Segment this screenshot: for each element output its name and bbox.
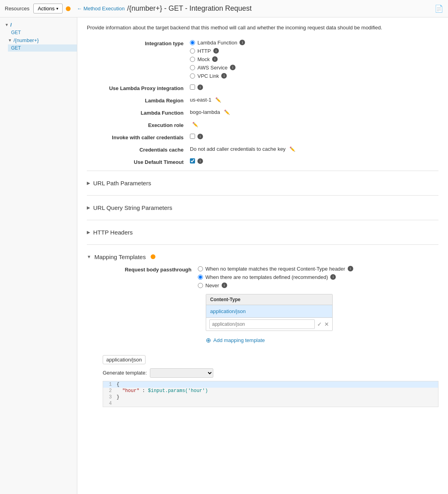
generate-template-select[interactable] <box>150 368 213 378</box>
lambda-proxy-checkbox[interactable] <box>190 85 195 90</box>
execution-role-label: Execution role <box>87 121 190 128</box>
radio-mock-label: Mock <box>197 56 210 62</box>
execution-role-row: Execution role ✏️ <box>87 121 438 128</box>
radio-mock-input[interactable] <box>190 57 195 62</box>
passthrough-no-templates-info[interactable]: i <box>330 274 336 280</box>
code-block: 1 { 2 "hour" : $input.params('hour') 3 } <box>103 381 438 407</box>
mapping-templates-content: Request body passthrough When no templat… <box>87 266 438 407</box>
default-timeout-info-icon[interactable]: i <box>197 158 203 164</box>
lambda-function-value: bogo-lambda ✏️ <box>190 109 438 115</box>
ct-x-icon[interactable]: ✕ <box>324 321 329 327</box>
add-mapping-icon: ⊕ <box>206 336 211 344</box>
credentials-cache-edit-icon[interactable]: ✏️ <box>289 146 295 152</box>
radio-vpc-label: VPC Link <box>197 73 219 79</box>
lambda-proxy-info-icon[interactable]: i <box>197 85 203 90</box>
lambda-info-icon[interactable]: i <box>239 40 245 45</box>
credentials-cache-label: Credentials cache <box>87 146 190 153</box>
url-path-params-header[interactable]: ▶ URL Path Parameters <box>87 176 438 190</box>
app-container: Resources Actions ▾ ← Method Execution /… <box>0 0 448 494</box>
passthrough-option-never[interactable]: Never i <box>198 283 438 288</box>
divider-url-query <box>87 195 438 196</box>
caret-icon: ▾ <box>56 6 58 11</box>
passthrough-no-match-info[interactable]: i <box>348 266 353 271</box>
divider-http-headers <box>87 220 438 220</box>
radio-lambda-input[interactable] <box>190 40 195 45</box>
passthrough-options: When no template matches the request Con… <box>198 266 438 344</box>
url-path-params-title: URL Path Parameters <box>93 180 151 186</box>
line-content-1: { <box>115 382 438 387</box>
line-num-4: 4 <box>103 401 115 406</box>
ct-check-icon[interactable]: ✓ <box>317 321 322 327</box>
invoke-caller-info-icon[interactable]: i <box>197 134 203 139</box>
default-timeout-value: i <box>190 158 438 164</box>
documentation-icon[interactable]: 📄 <box>435 4 443 13</box>
mapping-templates-header[interactable]: ▼ Mapping Templates <box>87 250 438 264</box>
sidebar: ▼ / GET ▼ /{number+} GET <box>0 17 77 494</box>
orange-dot-indicator <box>66 6 71 11</box>
integration-type-options: Lambda Function i HTTP i Mock i <box>190 40 438 79</box>
lambda-proxy-value: i <box>190 85 438 90</box>
invoke-caller-value: i <box>190 134 438 139</box>
http-headers-header[interactable]: ▶ HTTP Headers <box>87 225 438 240</box>
lambda-region-value: us-east-1 ✏️ <box>190 97 438 103</box>
credentials-cache-row: Credentials cache Do not add caller cred… <box>87 146 438 153</box>
sidebar-item-number-resource[interactable]: ▼ /{number+} <box>0 36 77 44</box>
passthrough-no-match-radio[interactable] <box>198 266 203 271</box>
radio-http-input[interactable] <box>190 48 195 54</box>
mock-info-icon[interactable]: i <box>212 56 218 62</box>
code-line-3: 3 } <box>103 394 438 400</box>
http-info-icon[interactable]: i <box>213 48 219 54</box>
passthrough-never-info[interactable]: i <box>222 283 227 288</box>
passthrough-never-radio[interactable] <box>198 283 203 288</box>
lambda-proxy-row: Use Lambda Proxy integration i <box>87 85 438 91</box>
sidebar-item-get-root[interactable]: GET <box>8 29 77 36</box>
aws-info-icon[interactable]: i <box>230 65 235 70</box>
radio-lambda-function[interactable]: Lambda Function i <box>190 40 438 46</box>
passthrough-label: Request body passthrough <box>95 266 198 273</box>
radio-aws-service[interactable]: AWS Service i <box>190 65 438 71</box>
sidebar-item-get-active[interactable]: GET <box>8 44 77 52</box>
actions-button[interactable]: Actions ▾ <box>33 4 63 13</box>
passthrough-no-templates-radio[interactable] <box>198 275 203 280</box>
radio-mock[interactable]: Mock i <box>190 56 438 62</box>
lambda-region-edit-icon[interactable]: ✏️ <box>215 97 221 103</box>
add-mapping-label[interactable]: Add mapping template <box>213 337 265 343</box>
code-string-hour: "hour" <box>122 388 139 394</box>
execution-role-value: ✏️ <box>190 121 438 127</box>
add-mapping-row[interactable]: ⊕ Add mapping template <box>206 336 438 344</box>
radio-aws-input[interactable] <box>190 65 195 70</box>
resource-toggle-icon: ▼ <box>8 38 12 42</box>
ct-table-row-json[interactable]: application/json <box>206 305 332 317</box>
lambda-proxy-label: Use Lambda Proxy integration <box>87 85 190 91</box>
resources-label: Resources <box>5 6 29 12</box>
mapping-toggle-icon: ▼ <box>87 254 91 259</box>
url-query-toggle-icon: ▶ <box>87 205 90 210</box>
lambda-function-label: Lambda Function <box>87 109 190 116</box>
radio-vpc-input[interactable] <box>190 73 195 79</box>
radio-vpc-link[interactable]: VPC Link i <box>190 73 438 79</box>
execution-role-edit-icon[interactable]: ✏️ <box>192 122 198 127</box>
mapping-templates-title: Mapping Templates <box>94 254 146 260</box>
generate-template-label: Generate template: <box>103 370 147 376</box>
sidebar-item-root[interactable]: ▼ / <box>0 21 77 29</box>
default-timeout-checkbox[interactable] <box>190 158 195 163</box>
vpc-info-icon[interactable]: i <box>221 73 227 79</box>
ct-input-row: ✓ ✕ <box>206 317 332 331</box>
passthrough-option-no-match[interactable]: When no template matches the request Con… <box>198 266 438 272</box>
code-line-2: 2 "hour" : $input.params('hour') <box>103 388 438 394</box>
integration-type-label: Integration type <box>87 40 190 46</box>
main-area: ▼ / GET ▼ /{number+} GET Provide informa… <box>0 17 448 494</box>
top-bar: Resources Actions ▾ ← Method Execution /… <box>0 0 448 17</box>
url-query-string-header[interactable]: ▶ URL Query String Parameters <box>87 200 438 215</box>
radio-lambda-label: Lambda Function <box>197 40 237 46</box>
lambda-function-edit-icon[interactable]: ✏️ <box>224 110 230 115</box>
radio-http[interactable]: HTTP i <box>190 48 438 54</box>
sidebar-resource-label: /{number+} <box>13 37 39 43</box>
passthrough-option-no-templates[interactable]: When there are no templates defined (rec… <box>198 274 438 280</box>
lambda-region-row: Lambda Region us-east-1 ✏️ <box>87 97 438 104</box>
line-num-3: 3 <box>103 394 115 400</box>
http-headers-toggle-icon: ▶ <box>87 230 90 235</box>
invoke-caller-checkbox[interactable] <box>190 134 195 139</box>
method-execution-link[interactable]: ← Method Execution <box>77 6 125 12</box>
ct-input-field[interactable] <box>209 319 315 329</box>
